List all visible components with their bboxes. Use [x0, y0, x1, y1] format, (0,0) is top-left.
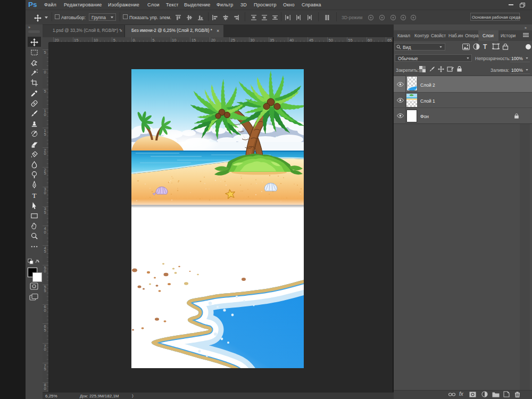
svg-text:T: T: [32, 192, 36, 200]
